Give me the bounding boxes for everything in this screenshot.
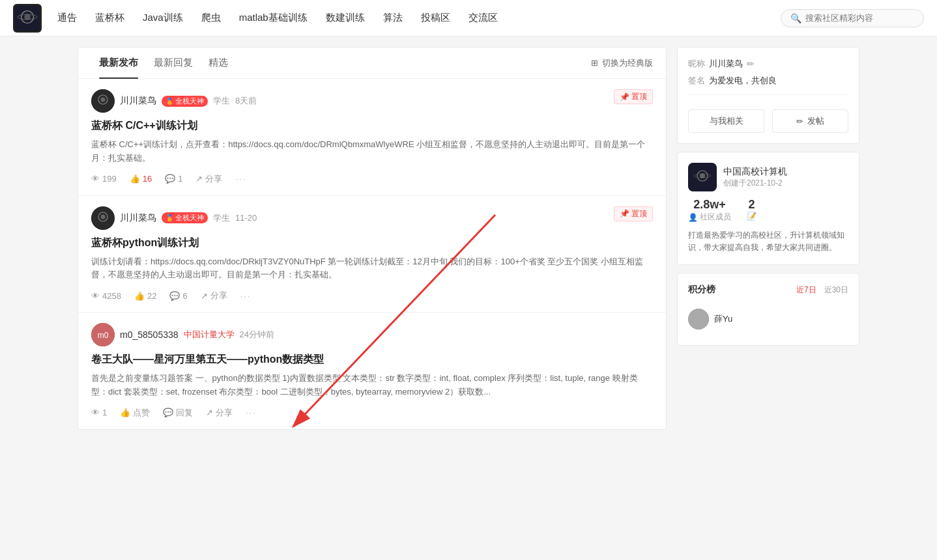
author-avatar (91, 206, 115, 230)
post-content: 首先是之前变量练习题答案 一、python的数据类型 1)内置数据类型 文本类型… (91, 372, 653, 399)
author-name[interactable]: 川川菜鸟 (120, 212, 156, 224)
switch-icon: ⊞ (591, 58, 598, 68)
post-time: 8天前 (235, 95, 257, 107)
post-label: 发帖 (807, 115, 824, 127)
post-title[interactable]: 蓝桥杯 C/C++训练计划 (91, 119, 653, 133)
share-button[interactable]: ↗ 分享 (195, 173, 222, 185)
like-button[interactable]: 👍 16 (130, 174, 152, 184)
comment-count: 6 (182, 291, 187, 301)
related-label: 与我相关 (710, 115, 743, 127)
pin-icon: 📌 (620, 92, 629, 102)
members-icon: 👤 (688, 213, 698, 222)
members-label: 👤 社区成员 (688, 212, 731, 223)
community-name[interactable]: 中国高校计算机 (723, 166, 787, 178)
post-content: 蓝桥杯 C/C++训练计划，点开查看：https://docs.qq.com/d… (91, 138, 653, 165)
profile-signature-row: 签名 为爱发电，共创良 (688, 75, 848, 87)
tab-latest-post[interactable]: 最新发布 (91, 48, 146, 79)
view-count: 👁 4258 (91, 291, 121, 301)
related-button[interactable]: 与我相关 (688, 109, 764, 133)
tabs-bar: 最新发布 最新回复 精选 ⊞ 切换为经典版 (78, 48, 666, 79)
post-title[interactable]: 卷王大队——星河万里第五天——python数据类型 (91, 353, 653, 367)
edit-icon[interactable]: ✏ (747, 59, 755, 69)
avatar-image (91, 206, 115, 230)
menu-item-java[interactable]: Java训练 (143, 12, 183, 24)
share-label: 分享 (216, 407, 233, 419)
comment-icon: 💬 (169, 291, 180, 301)
community-info: 中国高校计算机 创建于2021-10-2 (723, 166, 787, 189)
like-button[interactable]: 👍 22 (134, 291, 156, 301)
post-button[interactable]: ✏ 发帖 (772, 109, 848, 133)
tab-week[interactable]: 近7日 (796, 285, 816, 296)
post-actions: 👁 1 👍 点赞 💬 回复 ↗ 分享 ··· (91, 407, 653, 419)
menu-item-submit[interactable]: 投稿区 (421, 12, 450, 24)
share-label: 分享 (210, 290, 227, 301)
author-role: 学生 (213, 95, 230, 107)
author-badge: 🏅 全栈天神 (162, 96, 208, 107)
menu-item-notice[interactable]: 通告 (57, 12, 77, 24)
share-button[interactable]: ↗ 分享 (206, 407, 233, 419)
community-created: 创建于2021-10-2 (723, 178, 787, 189)
like-icon: 👍 (134, 291, 145, 301)
tab-month[interactable]: 近30日 (824, 285, 848, 296)
second-stat: 2 📝 (747, 198, 757, 223)
leaderboard-username[interactable]: 薛Yu (714, 313, 732, 325)
community-card: 中国高校计算机 创建于2021-10-2 2.8w+ 👤 社区成员 2 📝 (677, 152, 859, 265)
post-item: 川川菜鸟 🏅 全栈天神 学生 11-20 📌 置顶 蓝桥杯python训练计划 … (78, 196, 666, 313)
svg-point-9 (101, 214, 106, 219)
view-icon: 👁 (91, 408, 100, 417)
post-title[interactable]: 蓝桥杯python训练计划 (91, 236, 653, 250)
author-name[interactable]: 川川菜鸟 (120, 95, 156, 107)
post-time: 11-20 (235, 213, 257, 223)
site-logo[interactable] (13, 4, 42, 33)
menu-item-spider[interactable]: 爬虫 (201, 12, 221, 24)
more-options[interactable]: ··· (240, 291, 252, 301)
switch-label: 切换为经典版 (602, 57, 653, 69)
leaderboard-avatar (688, 309, 709, 329)
menu-item-exchange[interactable]: 交流区 (468, 12, 498, 24)
pinned-badge: 📌 置顶 (614, 89, 653, 104)
view-icon: 👁 (91, 174, 100, 184)
switch-classic-btn[interactable]: ⊞ 切换为经典版 (591, 57, 653, 69)
svg-point-6 (101, 98, 106, 102)
nickname-label: 昵称 (688, 58, 705, 70)
profile-nickname-row: 昵称 川川菜鸟 ✏ (688, 58, 848, 70)
like-icon: 👍 (130, 174, 140, 184)
share-button[interactable]: ↗ 分享 (201, 290, 227, 301)
leaderboard-item: 薛Yu (688, 303, 848, 335)
menu-item-algorithm[interactable]: 算法 (383, 12, 403, 24)
community-avatar (688, 163, 717, 191)
main-menu: 通告 蓝桥杯 Java训练 爬虫 matlab基础训练 数建训练 算法 投稿区 … (57, 12, 781, 24)
comment-icon: 💬 (163, 408, 173, 417)
university-tag: 中国计量大学 (184, 329, 235, 341)
tab-selected[interactable]: 精选 (201, 48, 236, 79)
write-icon: ✏ (796, 117, 803, 126)
menu-item-lanqiao[interactable]: 蓝桥杯 (95, 12, 124, 24)
search-input[interactable] (805, 13, 914, 23)
community-stats: 2.8w+ 👤 社区成员 2 📝 (688, 198, 848, 223)
menu-item-matlab[interactable]: matlab基础训练 (239, 12, 308, 24)
view-count: 👁 199 (91, 174, 117, 184)
second-count: 2 (747, 198, 757, 212)
comment-count: 1 (178, 174, 182, 184)
more-options[interactable]: ··· (235, 174, 246, 184)
badge-icon: 🏅 (166, 98, 173, 105)
menu-item-shujian[interactable]: 数建训练 (326, 12, 365, 24)
tab-latest-reply[interactable]: 最新回复 (146, 48, 201, 79)
comment-button[interactable]: 💬 1 (165, 174, 182, 184)
divider (688, 94, 848, 95)
like-button[interactable]: 👍 点赞 (120, 407, 150, 419)
comment-button[interactable]: 💬 回复 (163, 407, 193, 419)
view-number: 199 (102, 174, 117, 184)
leaderboard-header: 积分榜 近7日 近30日 (688, 284, 848, 296)
community-header: 中国高校计算机 创建于2021-10-2 (688, 163, 848, 191)
more-options[interactable]: ··· (246, 408, 257, 417)
svg-text:m0: m0 (98, 331, 109, 340)
second-label: 📝 (747, 212, 757, 221)
like-count: 16 (143, 174, 152, 184)
signature-value: 为爱发电，共创良 (709, 75, 777, 87)
pinned-badge: 📌 置顶 (614, 206, 653, 221)
signature-label: 签名 (688, 75, 705, 87)
author-name[interactable]: m0_58505338 (120, 329, 179, 340)
comment-button[interactable]: 💬 6 (169, 291, 187, 301)
search-bar[interactable]: 🔍 (781, 9, 924, 27)
